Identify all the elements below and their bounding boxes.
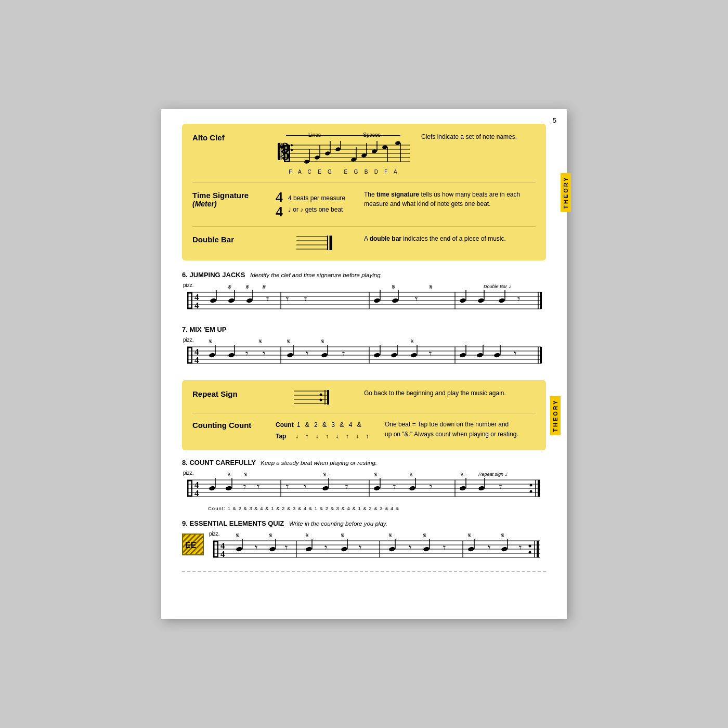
svg-text:𝄋: 𝄋	[262, 283, 266, 291]
svg-text:𝄋: 𝄋	[501, 531, 504, 539]
repeat-sign-row: Repeat Sign Go back to the beginning and…	[192, 388, 536, 413]
page-number: 5	[553, 116, 556, 124]
svg-text:𝄋: 𝄋	[341, 531, 344, 539]
exercise-8-title: 8. COUNT CAREFULLY Keep a steady beat wh…	[182, 459, 546, 466]
svg-point-175	[409, 486, 416, 491]
svg-point-127	[493, 353, 501, 358]
svg-point-66	[373, 298, 381, 304]
svg-text:𝄋: 𝄋	[245, 283, 249, 291]
ee-logo: EE	[182, 534, 204, 555]
counting-desc: One beat = Tap toe down on the number an…	[385, 420, 536, 439]
svg-text:𝄋: 𝄋	[461, 471, 464, 478]
svg-point-125	[476, 353, 484, 358]
svg-point-137	[320, 399, 322, 401]
svg-rect-90	[191, 347, 193, 355]
svg-text:𝄋: 𝄋	[209, 337, 212, 345]
svg-point-224	[269, 547, 276, 552]
svg-rect-208	[217, 541, 219, 549]
svg-point-217	[529, 545, 531, 548]
svg-point-246	[501, 547, 508, 552]
svg-point-68	[392, 298, 399, 304]
svg-point-28	[395, 140, 400, 145]
svg-point-108	[287, 353, 294, 358]
dashed-line	[182, 571, 546, 572]
svg-text:EE: EE	[185, 541, 197, 550]
svg-text:pizz.: pizz.	[209, 531, 220, 537]
svg-point-20	[350, 157, 356, 162]
svg-text:𝄋: 𝄋	[228, 283, 231, 291]
theory-label-2: THEORY	[550, 396, 561, 435]
ex8-staff: pizz. 4 4 𝄾	[182, 469, 546, 505]
repeat-sign-visual	[294, 388, 341, 407]
ex6-staff: pizz. 4 4	[182, 281, 546, 317]
svg-rect-87	[187, 347, 189, 363]
counting-desc-line1: One beat = Tap toe down on the number an…	[385, 420, 536, 430]
double-bar-visual	[296, 234, 338, 252]
svg-text:4: 4	[194, 488, 199, 498]
svg-text:4: 4	[194, 355, 199, 365]
svg-text:𝄋: 𝄋	[323, 471, 327, 478]
svg-rect-46	[191, 300, 193, 309]
svg-point-26	[382, 145, 387, 149]
exercise-9: 9. ESSENTIAL ELEMENTS QUIZ Write in the …	[182, 519, 546, 572]
svg-text:4: 4	[220, 549, 225, 559]
svg-point-75	[477, 298, 485, 304]
counting-desc-line2: up on "&." Always count when playing or …	[385, 430, 536, 439]
svg-point-115	[373, 353, 381, 358]
svg-point-240	[423, 547, 430, 552]
repeat-sign-term: Repeat Sign	[192, 388, 276, 398]
double-bar-term: Double Bar	[192, 234, 276, 244]
alto-clef-row: Alto Clef Lines Spaces	[192, 132, 536, 183]
svg-point-228	[305, 547, 313, 552]
svg-rect-42	[187, 292, 189, 309]
svg-point-73	[459, 298, 466, 304]
svg-text:𝄋: 𝄋	[321, 337, 324, 345]
tap-values: ↓ ↑ ↓ ↑ ↓ ↑ ↓ ↑	[295, 431, 371, 443]
svg-text:pizz.: pizz.	[183, 337, 194, 343]
svg-point-172	[373, 486, 381, 491]
lines-label: Lines	[286, 132, 343, 138]
ex9-num: 9.	[182, 519, 188, 527]
svg-point-77	[498, 298, 505, 304]
svg-point-236	[388, 547, 396, 552]
theory-box-1: THEORY Alto Clef Lines Spaces	[182, 124, 546, 261]
svg-text:Double Bar ♩: Double Bar ♩	[484, 284, 511, 289]
svg-point-156	[530, 484, 532, 487]
note-names: F A C E G E G B D F A	[281, 169, 406, 175]
svg-point-123	[459, 353, 466, 358]
time-sig-term: Time Signature (Meter)	[192, 190, 276, 208]
svg-text:𝄋: 𝄋	[411, 337, 414, 345]
theory-label-1: THEORY	[561, 173, 571, 212]
ex7-staff: pizz. 4 4 𝄋 𝄾 𝄋 𝄾	[182, 335, 546, 372]
svg-text:pizz.: pizz.	[183, 282, 194, 288]
svg-rect-205	[213, 541, 215, 557]
counting-term: Counting Count	[192, 420, 276, 430]
svg-point-100	[209, 353, 216, 358]
svg-text:𝄋: 𝄋	[468, 531, 471, 539]
gets-one-beat: ♩ or ♪ gets one beat	[288, 204, 345, 216]
ex9-name: ESSENTIAL ELEMENTS QUIZ	[189, 519, 284, 527]
beats-per-measure: 4 beats per measure	[288, 193, 345, 204]
alto-clef-desc: Clefs indicate a set of note names.	[421, 132, 536, 141]
svg-point-157	[530, 490, 532, 493]
page: 5 THEORY Alto Clef Lines Spaces	[161, 109, 567, 619]
svg-text:𝄋: 𝄋	[389, 531, 392, 539]
svg-text:𝄋: 𝄋	[269, 531, 272, 539]
theory-box-2: THEORY Repeat Sign Go back to the beginn…	[182, 380, 546, 450]
svg-point-180	[459, 486, 466, 491]
svg-text:4: 4	[194, 301, 199, 310]
svg-point-24	[371, 149, 377, 153]
svg-text:𝄋: 𝄋	[423, 531, 426, 539]
svg-text:𝄋: 𝄋	[430, 283, 433, 291]
svg-point-243	[467, 547, 475, 552]
svg-text:𝄋: 𝄋	[259, 337, 262, 345]
svg-point-14	[314, 155, 320, 160]
count-label: Count	[276, 420, 294, 431]
svg-text:𝄋: 𝄋	[228, 471, 231, 478]
exercise-8: 8. COUNT CAREFULLY Keep a steady beat wh…	[182, 459, 546, 511]
ex8-num: 8.	[182, 459, 188, 466]
svg-text:pizz.: pizz.	[183, 470, 194, 476]
exercise-6-title: 6. JUMPING JACKS Identify the clef and t…	[182, 271, 546, 279]
svg-point-220	[236, 547, 243, 552]
count-row: Count: 1 & 2 & 3 & 4 & 1 & 2 & 3 & 4 & 1…	[182, 505, 546, 511]
